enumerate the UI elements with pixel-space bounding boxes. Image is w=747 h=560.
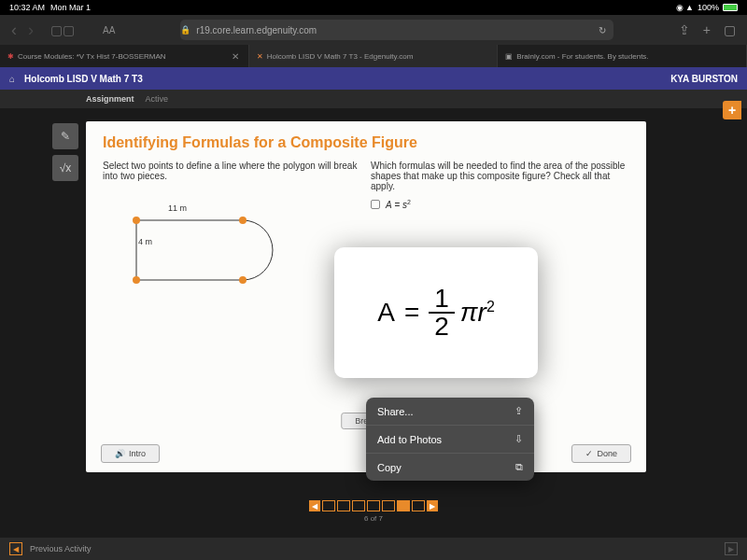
panel-title: Identifying Formulas for a Composite Fig… xyxy=(86,121,646,161)
tab-2[interactable]: ✕ Holcomb LISD V Math 7 T3 - Edgenuity.c… xyxy=(249,45,499,67)
page-5[interactable] xyxy=(382,500,395,511)
safari-toolbar: ‹ › ▢▢ AA 🔒 r19.core.learn.edgenuity.com… xyxy=(0,15,747,45)
page-6[interactable] xyxy=(397,500,410,511)
app-header: ⌂ Holcomb LISD V Math 7 T3 KYA BURSTON xyxy=(0,67,747,90)
url-text: r19.core.learn.edgenuity.com xyxy=(196,25,317,35)
share-icon[interactable]: ⇪ xyxy=(679,22,690,37)
calculator-tool-icon[interactable]: √x xyxy=(52,155,78,181)
share-icon: ⇪ xyxy=(514,405,523,417)
active-label: Active xyxy=(146,94,169,104)
new-tab-icon[interactable]: + xyxy=(703,22,711,37)
download-icon: ⇩ xyxy=(514,433,523,445)
page-counter: 6 of 7 xyxy=(364,514,383,523)
svg-point-0 xyxy=(133,217,140,224)
context-menu: Share... ⇪ Add to Photos ⇩ Copy ⧉ xyxy=(366,398,534,481)
pencil-tool-icon[interactable]: ✎ xyxy=(52,123,78,149)
page-7[interactable] xyxy=(412,500,425,511)
menu-copy[interactable]: Copy ⧉ xyxy=(366,454,534,481)
left-instruction: Select two points to define a line where… xyxy=(103,161,361,181)
wifi-icon: ◉ ▲ xyxy=(676,3,694,12)
battery-icon xyxy=(723,4,738,11)
page-prev-button[interactable]: ◀ xyxy=(309,500,320,511)
user-name: KYA BURSTON xyxy=(670,74,738,84)
intro-button[interactable]: 🔊 Intro xyxy=(101,444,160,463)
speaker-icon: 🔊 xyxy=(115,449,125,458)
ios-status-bar: 10:32 AM Mon Mar 1 ◉ ▲ 100% xyxy=(0,0,747,15)
checkbox-option-1[interactable]: A = s2 xyxy=(371,199,629,210)
done-button[interactable]: ✓ Done xyxy=(571,444,631,463)
battery-pct: 100% xyxy=(698,3,719,12)
shape-svg xyxy=(131,215,299,289)
svg-point-2 xyxy=(133,276,140,284)
page-1[interactable] xyxy=(322,500,335,511)
check-icon: ✓ xyxy=(585,449,593,458)
url-bar[interactable]: 🔒 r19.core.learn.edgenuity.com ↻ xyxy=(180,20,613,40)
tab-1[interactable]: ✱ Course Modules: *V Tx Hist 7-BOSSERMAN… xyxy=(0,45,249,67)
left-column: Select two points to define a line where… xyxy=(103,161,361,297)
refresh-icon[interactable]: ↻ xyxy=(599,25,606,35)
right-instruction: Which formulas will be needed to find th… xyxy=(371,161,629,191)
tab-favicon-icon: ▣ xyxy=(505,52,513,61)
page-2[interactable] xyxy=(337,500,350,511)
tab-favicon-icon: ✱ xyxy=(7,52,14,61)
add-button[interactable]: + xyxy=(723,101,741,119)
dimension-top: 11 m xyxy=(168,203,187,213)
back-button[interactable]: ‹ xyxy=(11,21,17,40)
next-arrow-icon[interactable]: ▶ xyxy=(725,542,738,555)
composite-figure[interactable]: 11 m 4 m xyxy=(103,203,308,297)
formula-popup[interactable]: A = 12 πr2 xyxy=(334,247,538,378)
tab-close-icon[interactable]: ✕ xyxy=(232,51,239,62)
page-next-button[interactable]: ▶ xyxy=(427,500,438,511)
previous-activity-label[interactable]: Previous Activity xyxy=(30,544,92,553)
formula-equation: A = 12 πr2 xyxy=(377,286,495,340)
tool-buttons: ✎ √x xyxy=(52,123,78,181)
tab-3[interactable]: ▣ Brainly.com - For students. By student… xyxy=(498,45,747,67)
tabs-icon[interactable]: ▢ xyxy=(724,22,736,37)
text-size-button[interactable]: AA xyxy=(103,25,115,35)
status-date: Mon Mar 1 xyxy=(50,3,91,12)
prev-arrow-icon[interactable]: ◀ xyxy=(9,542,22,555)
browser-tabs: ✱ Course Modules: *V Tx Hist 7-BOSSERMAN… xyxy=(0,45,747,67)
tab-label: Holcomb LISD V Math 7 T3 - Edgenuity.com xyxy=(267,52,414,61)
menu-add-photos[interactable]: Add to Photos ⇩ xyxy=(366,426,534,454)
page-4[interactable] xyxy=(367,500,380,511)
pagination: ◀ ▶ xyxy=(309,500,438,511)
status-time: 10:32 AM xyxy=(9,3,45,12)
bottom-nav: ◀ Previous Activity ▶ xyxy=(0,538,747,560)
svg-point-1 xyxy=(239,217,247,224)
sub-header: Assignment Active xyxy=(0,90,747,108)
bookmarks-icon[interactable]: ▢▢ xyxy=(50,22,75,37)
tab-favicon-icon: ✕ xyxy=(257,52,263,61)
assignment-label: Assignment xyxy=(86,94,134,104)
tab-label: Brainly.com - For students. By students. xyxy=(516,52,648,61)
copy-icon: ⧉ xyxy=(515,461,523,473)
tab-label: Course Modules: *V Tx Hist 7-BOSSERMAN xyxy=(18,52,166,61)
lock-icon: 🔒 xyxy=(180,25,190,35)
formula-text: A = s2 xyxy=(386,199,411,210)
home-icon[interactable]: ⌂ xyxy=(9,74,15,84)
checkbox-icon[interactable] xyxy=(371,200,380,209)
course-title: Holcomb LISD V Math 7 T3 xyxy=(24,74,143,84)
menu-share[interactable]: Share... ⇪ xyxy=(366,398,534,426)
forward-button[interactable]: › xyxy=(28,21,34,40)
svg-point-3 xyxy=(239,276,247,284)
page-3[interactable] xyxy=(352,500,365,511)
